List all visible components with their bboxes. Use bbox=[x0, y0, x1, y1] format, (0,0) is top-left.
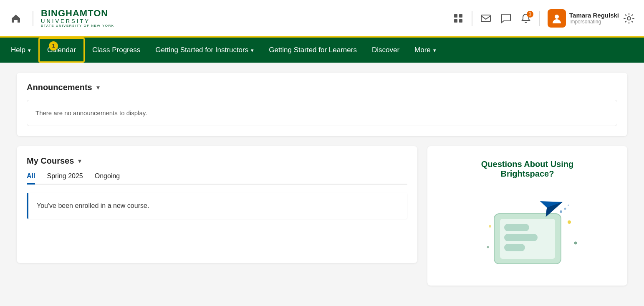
nav-help-label: Help bbox=[11, 46, 25, 54]
tab-ongoing[interactable]: Ongoing bbox=[95, 172, 120, 185]
announcements-panel: Announcements ▾ There are no announcemen… bbox=[17, 73, 627, 136]
more-caret: ▾ bbox=[433, 47, 436, 53]
svg-point-17 bbox=[568, 220, 571, 224]
enrolled-text: You've been enrolled in a new course. bbox=[37, 202, 149, 209]
right-panel-title: Questions About UsingBrightspace? bbox=[481, 159, 573, 179]
nav-class-progress[interactable]: Class Progress bbox=[85, 38, 148, 63]
top-bar: BINGHAMTON UNIVERSITY STATE UNIVERSITY O… bbox=[0, 0, 644, 38]
nav-getting-started-learners[interactable]: Getting Started for Learners bbox=[261, 38, 364, 63]
brightspace-illustration bbox=[469, 189, 586, 272]
nav-gsi-label: Getting Started for Instructors bbox=[155, 46, 248, 54]
svg-rect-2 bbox=[454, 19, 457, 23]
nav-discover[interactable]: Discover bbox=[364, 38, 407, 63]
svg-rect-3 bbox=[459, 19, 462, 23]
svg-rect-10 bbox=[504, 234, 538, 241]
logo-text: BINGHAMTON UNIVERSITY STATE UNIVERSITY O… bbox=[41, 8, 114, 28]
svg-point-19 bbox=[487, 246, 489, 248]
announcements-empty: There are no announcements to display. bbox=[27, 100, 617, 126]
logo-sub: STATE UNIVERSITY OF NEW YORK bbox=[41, 24, 114, 28]
gear-icon bbox=[623, 13, 635, 24]
home-icon bbox=[10, 13, 22, 24]
right-panel: Questions About UsingBrightspace? bbox=[427, 146, 627, 286]
top-bar-right: 1 Tamara Regulski Impersonating bbox=[449, 9, 637, 28]
main-content: Announcements ▾ There are no announcemen… bbox=[0, 63, 644, 296]
grid-button[interactable] bbox=[449, 9, 467, 28]
nav-discover-label: Discover bbox=[372, 46, 399, 54]
chat-icon bbox=[500, 13, 511, 24]
bottom-row: My Courses ▾ All Spring 2025 Ongoing You… bbox=[17, 146, 627, 286]
svg-point-14 bbox=[560, 210, 562, 213]
user-name: Tamara Regulski bbox=[569, 12, 619, 19]
calendar-badge: 1 bbox=[49, 41, 58, 51]
courses-tabs: All Spring 2025 Ongoing bbox=[27, 172, 407, 185]
svg-rect-0 bbox=[454, 14, 457, 18]
nav-class-progress-label: Class Progress bbox=[92, 46, 140, 54]
nav-gsl-label: Getting Started for Learners bbox=[269, 46, 357, 54]
svg-rect-11 bbox=[504, 244, 525, 251]
mail-icon bbox=[480, 13, 491, 24]
courses-header[interactable]: My Courses ▾ bbox=[27, 156, 407, 166]
avatar bbox=[548, 9, 566, 28]
chat-button[interactable] bbox=[497, 9, 515, 28]
svg-point-16 bbox=[568, 205, 569, 206]
help-caret: ▾ bbox=[28, 47, 31, 53]
top-bar-left: BINGHAMTON UNIVERSITY STATE UNIVERSITY O… bbox=[7, 8, 114, 28]
announcements-empty-text: There are no announcements to display. bbox=[35, 109, 147, 116]
grid-icon bbox=[453, 13, 463, 23]
settings-button[interactable] bbox=[621, 10, 637, 27]
enrolled-notification: You've been enrolled in a new course. bbox=[27, 193, 407, 219]
nav-more[interactable]: More ▾ bbox=[407, 38, 444, 63]
svg-point-5 bbox=[555, 15, 559, 19]
svg-point-20 bbox=[574, 242, 577, 245]
tab-spring2025[interactable]: Spring 2025 bbox=[47, 172, 83, 185]
gsi-caret: ▾ bbox=[251, 47, 254, 53]
home-button[interactable] bbox=[7, 9, 25, 28]
logo-binghamton: BINGHAMTON bbox=[41, 8, 114, 18]
courses-panel: My Courses ▾ All Spring 2025 Ongoing You… bbox=[17, 146, 417, 263]
user-section: Tamara Regulski Impersonating bbox=[548, 9, 619, 28]
svg-rect-4 bbox=[481, 15, 490, 22]
notification-badge: 1 bbox=[527, 11, 533, 18]
svg-point-15 bbox=[564, 208, 566, 210]
nav-getting-started-instructors[interactable]: Getting Started for Instructors ▾ bbox=[148, 38, 261, 63]
user-role: Impersonating bbox=[569, 19, 619, 25]
announcements-header[interactable]: Announcements ▾ bbox=[27, 83, 617, 92]
courses-title: My Courses bbox=[27, 156, 74, 166]
courses-caret: ▾ bbox=[78, 157, 81, 165]
logo-university: UNIVERSITY bbox=[41, 18, 114, 24]
svg-point-18 bbox=[489, 225, 491, 228]
divider3 bbox=[539, 11, 540, 26]
svg-rect-9 bbox=[504, 224, 529, 231]
tab-all[interactable]: All bbox=[27, 172, 35, 185]
nav-help[interactable]: Help ▾ bbox=[3, 38, 38, 63]
logo: BINGHAMTON UNIVERSITY STATE UNIVERSITY O… bbox=[41, 8, 114, 28]
divider2 bbox=[472, 11, 472, 26]
nav-bar: Help ▾ 1 Calendar Class Progress Getting… bbox=[0, 38, 644, 63]
announcements-title: Announcements bbox=[27, 83, 92, 92]
announcements-caret: ▾ bbox=[96, 83, 100, 91]
divider bbox=[33, 11, 33, 26]
avatar-icon bbox=[551, 13, 563, 24]
svg-rect-1 bbox=[459, 14, 462, 18]
mail-button[interactable] bbox=[477, 9, 495, 28]
svg-point-6 bbox=[627, 17, 631, 20]
nav-calendar[interactable]: 1 Calendar bbox=[38, 38, 85, 63]
bell-button[interactable]: 1 bbox=[517, 9, 535, 28]
user-info: Tamara Regulski Impersonating bbox=[569, 12, 619, 25]
nav-more-label: More bbox=[414, 46, 431, 54]
